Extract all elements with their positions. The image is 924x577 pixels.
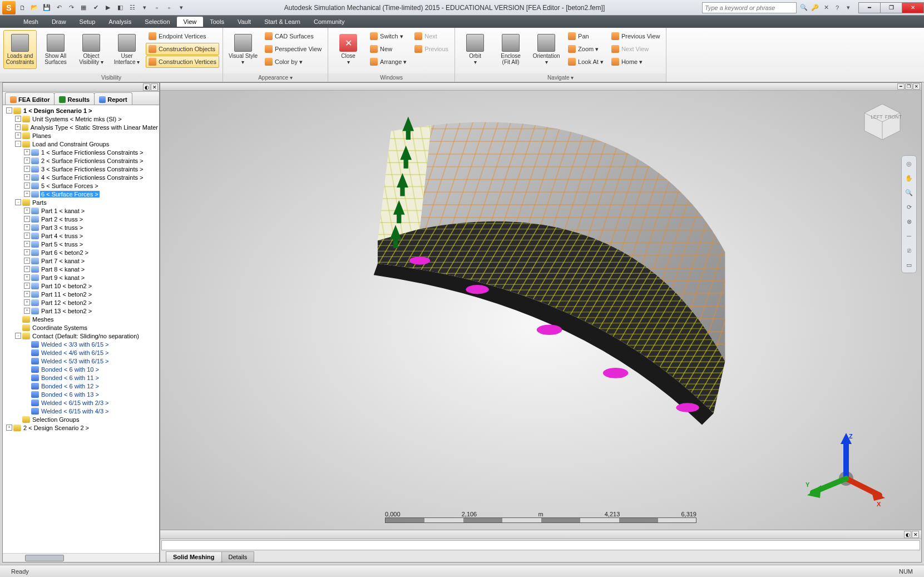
menu-vault[interactable]: Vault xyxy=(231,17,258,27)
side-tab-fea[interactable]: FEA Editor xyxy=(5,92,55,105)
qat-undo-icon[interactable]: ↶ xyxy=(53,2,65,13)
command-input[interactable] xyxy=(161,540,920,550)
infocenter-icon[interactable]: 🔍 xyxy=(799,3,809,13)
arrange-button[interactable]: Arrange ▾ xyxy=(367,56,409,68)
tree-node[interactable]: +Planes xyxy=(4,131,159,140)
menu-tools[interactable]: Tools xyxy=(203,17,231,27)
expander-icon[interactable]: + xyxy=(24,233,30,239)
tree-node[interactable]: +Part 2 < truss > xyxy=(4,215,159,223)
signin-icon[interactable]: 🔑 xyxy=(810,3,820,13)
expander-icon[interactable]: + xyxy=(6,425,12,431)
tree-node[interactable]: -Contact (Default: Sliding/no separation… xyxy=(4,332,159,340)
persp-button[interactable]: Perspective View xyxy=(262,43,324,55)
tree-node[interactable]: +Part 5 < truss > xyxy=(4,240,159,248)
qat-run-icon[interactable]: ▶ xyxy=(102,2,113,13)
expander-icon[interactable]: + xyxy=(24,166,30,172)
expander-icon[interactable]: - xyxy=(15,333,21,339)
side-tab-rep[interactable]: Report xyxy=(94,92,132,105)
qat-results-icon[interactable]: ◧ xyxy=(115,2,126,13)
bp-close-icon[interactable]: ✕ xyxy=(912,531,919,538)
tree-node[interactable]: Welded < 5/3 with 6/15 > xyxy=(4,357,159,365)
expander-icon[interactable]: + xyxy=(24,266,30,272)
viewcube[interactable]: LEFT FRONT xyxy=(860,100,905,144)
menu-setup[interactable]: Setup xyxy=(73,17,102,27)
qat-redo-icon[interactable]: ↷ xyxy=(66,2,77,13)
orient-button[interactable]: Orientation▾ xyxy=(530,30,563,69)
vp-close-icon[interactable]: ✕ xyxy=(913,83,920,90)
nav-zoom-icon[interactable]: 🔍 xyxy=(903,187,915,198)
menu-mesh[interactable]: Mesh xyxy=(17,17,45,27)
nav-pan-icon[interactable]: ✋ xyxy=(903,172,915,184)
lookat-button[interactable]: Look At ▾ xyxy=(565,56,606,68)
panel-pin-icon[interactable]: ◐ xyxy=(143,83,150,91)
tree-node[interactable]: +Part 12 < beton2 > xyxy=(4,298,159,307)
expander-icon[interactable]: + xyxy=(24,291,30,297)
expander-icon[interactable]: + xyxy=(24,149,30,155)
nav-align-icon[interactable]: ⎚ xyxy=(903,245,915,256)
menu-selection[interactable]: Selection xyxy=(138,17,176,27)
new-button[interactable]: New xyxy=(367,43,409,55)
tree-node[interactable]: +Unit Systems < Metric mks (SI) > xyxy=(4,115,159,123)
expander-icon[interactable]: + xyxy=(15,132,21,139)
qat-drop-icon[interactable]: ▾ xyxy=(176,2,187,13)
tree-node[interactable]: Coordinate Systems xyxy=(4,323,159,332)
help-drop-icon[interactable]: ▾ xyxy=(843,3,853,13)
tree-node[interactable]: +Part 11 < beton2 > xyxy=(4,290,159,298)
menu-draw[interactable]: Draw xyxy=(45,17,73,27)
tree-node[interactable]: Bonded < 6 with 11 > xyxy=(4,373,159,382)
tree-node[interactable]: +2 < Design Scenario 2 > xyxy=(4,423,159,432)
colorby-button[interactable]: Color by ▾ xyxy=(262,56,324,68)
expander-icon[interactable]: + xyxy=(24,308,30,314)
model-tree[interactable]: -1 < Design Scenario 1 >+Unit Systems < … xyxy=(3,105,159,553)
tree-node[interactable]: +5 < Surface Forces > xyxy=(4,181,159,190)
menu-community[interactable]: Community xyxy=(307,17,352,27)
bottom-tab-det[interactable]: Details xyxy=(221,551,255,563)
expander-icon[interactable]: + xyxy=(24,241,30,247)
tree-node[interactable]: Welded < 6/15 with 4/3 > xyxy=(4,407,159,415)
expander-icon[interactable]: - xyxy=(15,141,21,147)
vp-restore-icon[interactable]: ❐ xyxy=(905,83,912,90)
tree-node[interactable]: Meshes xyxy=(4,315,159,323)
expander-icon[interactable]: - xyxy=(15,199,21,205)
nav-box-icon[interactable]: ▭ xyxy=(903,259,915,270)
tree-node[interactable]: +Part 4 < truss > xyxy=(4,231,159,240)
nav-orbit-icon[interactable]: ⟳ xyxy=(903,201,915,213)
menu-analysis[interactable]: Analysis xyxy=(102,17,138,27)
qat-report-icon[interactable]: ☷ xyxy=(127,2,138,13)
pan-button[interactable]: Pan xyxy=(565,30,606,42)
tree-node[interactable]: Welded < 3/3 with 6/15 > xyxy=(4,340,159,348)
tree-node[interactable]: -1 < Design Scenario 1 > xyxy=(4,106,159,115)
tree-node[interactable]: +Part 10 < beton2 > xyxy=(4,282,159,290)
tree-hscroll[interactable] xyxy=(3,553,159,562)
close-button[interactable]: ✕Close▾ xyxy=(332,30,365,69)
minimize-button[interactable]: ━ xyxy=(858,2,881,13)
menu-start-learn[interactable]: Start & Learn xyxy=(258,17,307,27)
loads-button[interactable]: Loads andConstraints xyxy=(3,30,37,69)
tree-node[interactable]: +2 < Surface Frictionless Constraints > xyxy=(4,156,159,165)
zoom-button[interactable]: Zoom ▾ xyxy=(565,43,606,55)
cverts-button[interactable]: Construction Vertices xyxy=(146,56,219,68)
tree-node[interactable]: +3 < Surface Frictionless Constraints > xyxy=(4,165,159,173)
expander-icon[interactable]: + xyxy=(24,258,30,264)
scroll-thumb[interactable] xyxy=(25,555,64,561)
expander-icon[interactable]: + xyxy=(24,274,30,280)
expander-icon[interactable]: + xyxy=(24,183,30,189)
showall-button[interactable]: Show AllSurfaces xyxy=(39,30,72,69)
tree-node[interactable]: Welded < 6/15 with 2/3 > xyxy=(4,398,159,407)
bp-pin-icon[interactable]: ◐ xyxy=(904,531,911,538)
expander-icon[interactable]: + xyxy=(24,249,30,255)
tree-node[interactable]: -Parts xyxy=(4,198,159,206)
vstyle-button[interactable]: Visual Style▾ xyxy=(226,30,260,69)
expander-icon[interactable]: + xyxy=(15,124,21,130)
expander-icon[interactable]: + xyxy=(24,157,30,164)
home-button[interactable]: Home ▾ xyxy=(609,56,663,68)
tree-node[interactable]: Selection Groups xyxy=(4,415,159,423)
cobj-button[interactable]: Construction Objects xyxy=(146,43,219,55)
qat-new-icon[interactable]: 🗋 xyxy=(17,2,28,13)
switch-button[interactable]: Switch ▾ xyxy=(367,30,409,42)
expander-icon[interactable]: + xyxy=(24,299,30,305)
tree-node[interactable]: +Analysis Type < Static Stress with Line… xyxy=(4,123,159,131)
viewport[interactable]: ━ ❐ ✕ xyxy=(160,83,921,562)
qat-mesh-icon[interactable]: ▦ xyxy=(78,2,89,13)
tree-node[interactable]: +Part 6 < beton2 > xyxy=(4,248,159,257)
